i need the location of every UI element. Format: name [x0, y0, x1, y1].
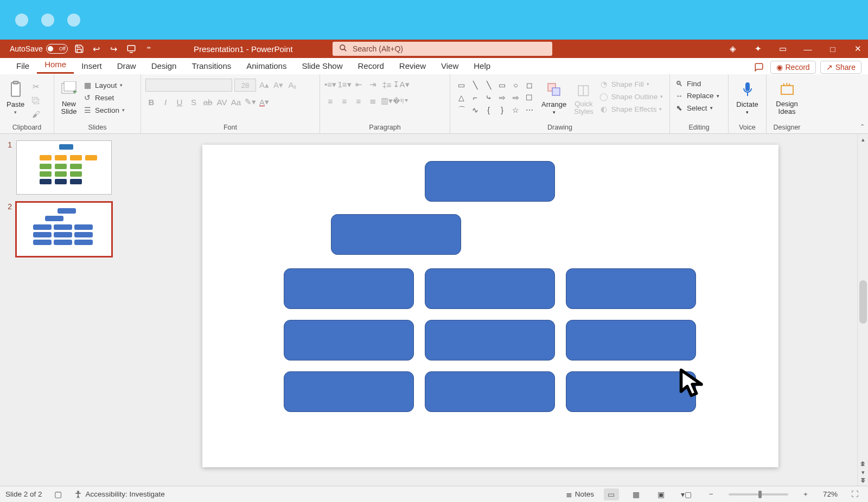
status-spell-icon[interactable]: ▢ [52, 488, 64, 500]
shadow-icon[interactable]: S [188, 96, 200, 108]
tab-view[interactable]: View [433, 59, 466, 74]
diamond-icon[interactable]: ◈ [728, 44, 738, 54]
shape-r4c1[interactable] [284, 320, 414, 361]
tab-file[interactable]: File [9, 59, 37, 74]
zoom-level[interactable]: 72% [823, 490, 838, 498]
increase-indent-icon[interactable]: ⇥ [367, 79, 379, 91]
bullets-icon[interactable]: •≡▾ [324, 79, 336, 91]
window-close-icon[interactable]: ✕ [853, 44, 863, 54]
columns-icon[interactable]: ▥▾ [381, 95, 393, 107]
scroll-up-icon[interactable]: ▴ [858, 136, 868, 143]
thumbnail-1[interactable]: 1 [4, 140, 119, 195]
share-button[interactable]: ↗Share [820, 61, 861, 74]
select-button[interactable]: ⬉Select▾ [674, 102, 719, 113]
smartart-convert-icon[interactable]: �দ▾ [395, 95, 407, 107]
coming-soon-icon[interactable]: ✦ [753, 44, 763, 54]
accessibility-status[interactable]: Accessibility: Investigate [74, 490, 165, 499]
slide-canvas-area[interactable] [124, 134, 857, 486]
underline-icon[interactable]: U [174, 96, 186, 108]
increase-font-icon[interactable]: A▴ [258, 79, 270, 91]
thumbnail-1-preview[interactable] [16, 140, 112, 195]
design-ideas-button[interactable]: Design Ideas [774, 79, 800, 117]
shape-r4c3[interactable] [566, 320, 696, 361]
window-restore-icon[interactable]: □ [828, 44, 838, 54]
align-left-icon[interactable]: ≡ [324, 95, 336, 107]
shape-r3c1[interactable] [284, 268, 414, 309]
line-spacing-icon[interactable]: ‡≡ [381, 79, 393, 91]
window-minimize-icon[interactable]: — [803, 44, 813, 54]
text-direction-icon[interactable]: ↧A▾ [395, 79, 407, 91]
slideshow-view-icon[interactable]: ▾▢ [679, 488, 694, 500]
replace-button[interactable]: ↔Replace ▾ [674, 91, 719, 101]
scroll-next-slide-icon[interactable]: ⯯ [858, 477, 868, 484]
tab-record[interactable]: Record [350, 59, 391, 74]
scrollbar-thumb[interactable] [859, 280, 867, 324]
shape-r3c2[interactable] [425, 268, 555, 309]
change-case-icon[interactable]: Aa [230, 96, 242, 108]
collapse-ribbon-icon[interactable]: ⌃ [860, 123, 865, 130]
align-center-icon[interactable]: ≡ [339, 95, 350, 107]
shape-r2[interactable] [331, 214, 461, 255]
slide-sorter-view-icon[interactable]: ▦ [629, 488, 644, 500]
thumbnail-2[interactable]: 2 [4, 202, 119, 256]
thumbnail-2-preview[interactable] [16, 202, 112, 256]
new-slide-button[interactable]: + New Slide [59, 79, 79, 117]
slide-counter[interactable]: Slide 2 of 2 [5, 490, 42, 498]
format-painter-icon[interactable]: 🖌︎ [30, 108, 42, 120]
shape-r5c1[interactable] [284, 371, 414, 412]
tab-home[interactable]: Home [37, 57, 74, 74]
zoom-in-icon[interactable]: + [798, 488, 813, 500]
reading-view-icon[interactable]: ▣ [654, 488, 669, 500]
font-size-combo[interactable]: 28 [234, 79, 256, 92]
shape-r1[interactable] [425, 161, 555, 202]
shape-outline-button[interactable]: ◯Shape Outline▾ [599, 91, 663, 102]
autosave-toggle[interactable]: AutoSave Off [10, 44, 68, 54]
tab-slideshow[interactable]: Slide Show [294, 59, 350, 74]
shape-r5c2[interactable] [425, 371, 555, 412]
undo-icon[interactable]: ↩︎ [91, 43, 103, 55]
paste-button[interactable]: Paste ▾ [4, 79, 27, 116]
shape-r4c2[interactable] [425, 320, 555, 361]
tab-help[interactable]: Help [466, 59, 498, 74]
tab-animations[interactable]: Animations [239, 59, 294, 74]
layout-button[interactable]: ▦Layout▾ [82, 80, 125, 91]
window-minimize-dot[interactable] [41, 14, 54, 27]
find-button[interactable]: 🔍︎Find [674, 79, 719, 89]
window-zoom-dot[interactable] [67, 14, 80, 27]
quick-styles-button[interactable]: ◫ Quick Styles [572, 79, 595, 117]
window-close-dot[interactable] [15, 14, 28, 27]
shape-effects-button[interactable]: ◐Shape Effects▾ [599, 104, 663, 114]
shape-r5c3[interactable] [566, 371, 696, 412]
scroll-down-icon[interactable]: ▾ [858, 469, 868, 476]
strikethrough-icon[interactable]: ab [202, 96, 214, 108]
zoom-out-icon[interactable]: − [704, 488, 719, 500]
save-icon[interactable] [73, 43, 85, 55]
tab-insert[interactable]: Insert [74, 59, 110, 74]
copy-icon[interactable]: ⿻ [30, 94, 42, 106]
decrease-indent-icon[interactable]: ⇤ [353, 79, 365, 91]
vertical-scrollbar[interactable]: ▴ ⯭ ▾ ⯯ [857, 134, 868, 486]
shape-fill-button[interactable]: ◔Shape Fill▾ [599, 79, 663, 89]
tab-draw[interactable]: Draw [110, 59, 144, 74]
qat-more-icon[interactable]: ⁼ [143, 43, 155, 55]
notes-button[interactable]: ≣Notes [566, 490, 594, 499]
autosave-pill[interactable]: Off [46, 44, 68, 54]
section-button[interactable]: ☰Section▾ [82, 105, 125, 115]
align-right-icon[interactable]: ≡ [353, 95, 365, 107]
tab-transitions[interactable]: Transitions [184, 59, 239, 74]
justify-icon[interactable]: ≣ [367, 95, 379, 107]
slide-thumbnails-pane[interactable]: 1 2 [0, 134, 124, 486]
character-spacing-icon[interactable]: AV [216, 96, 228, 108]
comments-icon[interactable] [752, 61, 766, 73]
numbering-icon[interactable]: 1≡▾ [339, 79, 350, 91]
search-box[interactable]: Search (Alt+Q) [333, 42, 552, 56]
italic-icon[interactable]: I [159, 96, 171, 108]
tab-design[interactable]: Design [144, 59, 184, 74]
reset-button[interactable]: ↺Reset [82, 92, 125, 103]
bold-icon[interactable]: B [145, 96, 157, 108]
from-beginning-icon[interactable] [125, 43, 137, 55]
redo-icon[interactable]: ↪︎ [108, 43, 120, 55]
decrease-font-icon[interactable]: A▾ [272, 79, 284, 91]
record-button[interactable]: ◉Record [770, 61, 816, 74]
fit-to-window-icon[interactable]: ⛶ [847, 488, 863, 500]
